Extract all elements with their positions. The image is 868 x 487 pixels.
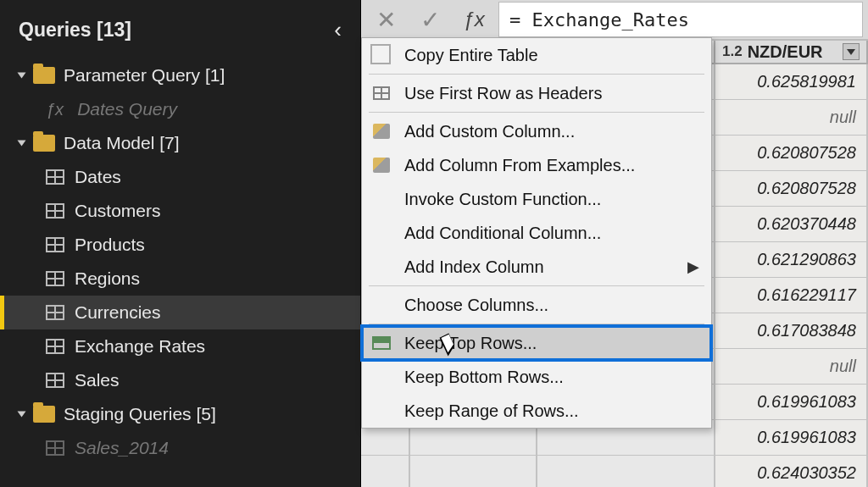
formula-input[interactable]: = Exchange_Rates [498,2,863,37]
folder-icon [33,135,55,152]
editor-main: ✕ ✓ ƒx = Exchange_Rates Date 1.2 NZD/AUD… [361,0,868,487]
cell-value: null [715,349,868,384]
menu-separator [369,112,704,113]
menu-item[interactable]: Keep Range of Rows... [362,394,711,428]
table-icon [46,373,64,388]
item-label: Currencies [75,302,161,323]
group-label: Data Model [7] [64,133,180,153]
queries-tree: Parameter Query [1]ƒxDates QueryData Mod… [0,58,360,487]
menu-item-icon [370,257,392,277]
cell-value: null [715,100,868,135]
cell-value: 0.616229117 [715,278,868,313]
menu-item[interactable]: Keep Top Rows... [362,326,711,360]
menu-item-icon [370,121,392,141]
folder-icon [33,67,55,84]
tree-item[interactable]: Dates [0,160,360,194]
item-label: Products [75,235,145,255]
menu-separator [369,324,704,324]
tree-item[interactable]: Currencies [0,296,360,329]
item-label: Dates [75,167,121,187]
tree-group-header[interactable]: Staging Queries [5] [0,397,360,431]
table-icon [46,271,64,286]
menu-item[interactable]: Invoke Custom Function... [362,182,711,216]
cell-value: 0.620370448 [715,207,868,241]
tree-item[interactable]: Regions [0,262,360,296]
menu-item-icon [370,295,392,315]
menu-item-icon [370,155,392,175]
group-label: Staging Queries [5] [64,404,216,424]
menu-item-icon [370,223,392,243]
formula-cancel-button[interactable]: ✕ [366,0,405,39]
column-label: NZD/EUR [748,42,823,62]
cell-value: 0.619961083 [715,385,868,419]
formula-bar: ✕ ✓ ƒx = Exchange_Rates [361,0,868,41]
menu-item[interactable]: Add Custom Column... [362,114,711,148]
table-icon [46,305,64,320]
menu-separator [369,74,704,75]
tree-group-header[interactable]: Parameter Query [1] [0,58,360,92]
cell-value: 0.620807528 [715,171,868,206]
menu-item[interactable]: Add Column From Examples... [362,148,711,182]
menu-item-icon [370,45,392,65]
sidebar-collapse-button[interactable]: ‹ [334,17,342,43]
menu-item-label: Choose Columns... [404,296,699,315]
cell-value: 0.624030352 [715,456,868,487]
menu-item-label: Keep Bottom Rows... [404,368,699,387]
item-label: Exchange Rates [75,336,205,357]
table-icon [46,237,64,252]
menu-item-icon [370,401,392,421]
table-row[interactable]: 0.624030352 [361,456,868,487]
group-label: Parameter Query [1] [64,65,225,86]
column-dropdown-icon[interactable] [843,43,860,60]
decimal-type-icon: 1.2 [722,43,743,60]
menu-item[interactable]: Add Conditional Column... [362,216,711,250]
tree-group-header[interactable]: Data Model [7] [0,126,360,160]
item-label: Dates Query [77,99,177,119]
table-context-menu: Copy Entire TableUse First Row as Header… [361,37,712,429]
sidebar-header: Queries [13] ‹ [0,0,360,58]
menu-item-label: Add Index Column [404,257,676,277]
menu-item-label: Keep Range of Rows... [404,401,699,421]
cell-value: 0.619961083 [715,420,868,455]
item-label: Regions [75,268,140,289]
column-header-nzdeur[interactable]: 1.2 NZD/EUR [715,41,868,63]
menu-item-icon [370,189,392,209]
tree-item[interactable]: Customers [0,194,360,228]
cell [537,456,715,487]
menu-item-label: Use First Row as Headers [404,84,699,103]
folder-icon [33,406,55,423]
cell-value: 0.620807528 [715,136,868,170]
menu-item-label: Copy Entire Table [404,46,699,65]
menu-item[interactable]: Choose Columns... [362,288,711,322]
tree-item[interactable]: Exchange Rates [0,329,360,363]
fx-icon: ƒx [454,0,493,39]
tree-item[interactable]: ƒxDates Query [0,92,360,126]
menu-item-label: Add Custom Column... [404,122,699,141]
item-label: Sales_2014 [75,438,169,458]
table-icon [46,203,64,219]
menu-separator [369,285,704,286]
cell [361,456,410,487]
menu-item[interactable]: Keep Bottom Rows... [362,360,711,394]
cell-value: 0.617083848 [715,313,868,348]
menu-item[interactable]: Copy Entire Table [362,38,711,72]
item-label: Sales [75,370,120,390]
menu-item[interactable]: Use First Row as Headers [362,76,711,110]
menu-item-icon [370,333,392,353]
menu-item-label: Keep Top Rows... [404,334,699,353]
menu-item-icon [370,83,392,103]
formula-commit-button[interactable]: ✓ [410,0,449,39]
table-icon [46,339,64,354]
tree-item[interactable]: Products [0,228,360,262]
menu-item-label: Add Conditional Column... [404,224,699,243]
item-label: Customers [75,201,161,221]
tree-item[interactable]: Sales [0,363,360,397]
expand-icon [18,141,26,147]
cell-value: 0.621290863 [715,242,868,277]
cell-value: 0.625819981 [715,64,868,99]
menu-item-label: Invoke Custom Function... [404,190,699,209]
menu-item[interactable]: Add Index Column▶ [362,250,711,284]
fx-icon: ƒx [46,100,64,119]
tree-item[interactable]: Sales_2014 [0,431,360,465]
menu-item-icon [370,367,392,387]
